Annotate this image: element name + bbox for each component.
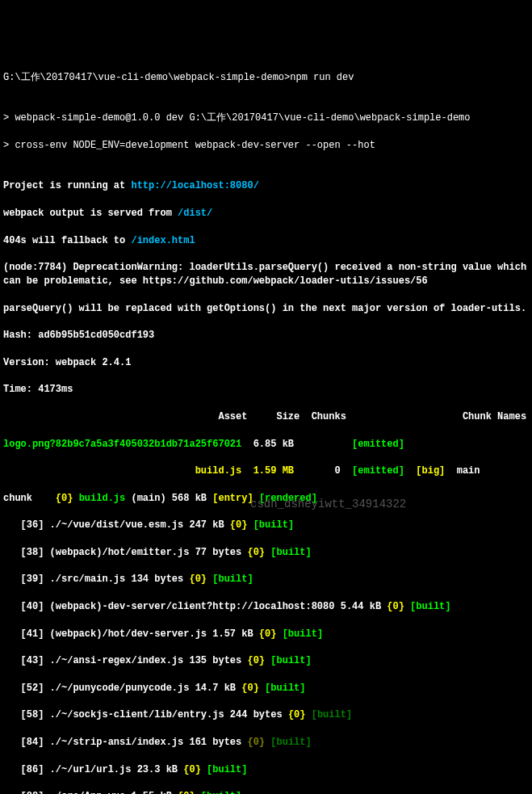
module-line: [43] ./~/ansi-regex/index.js 135 bytes {…: [3, 654, 529, 668]
built-tag: [built]: [265, 655, 312, 666]
module-line: [58] ./~/sockjs-client/lib/entry.js 244 …: [3, 708, 529, 722]
built-tag: [built]: [276, 628, 323, 640]
project-running-line: Project is running at http://localhost:8…: [3, 179, 529, 193]
module-text: [88] ./src/App.vue 1.55 kB: [3, 791, 178, 794]
module-line: [40] (webpack)-dev-server/client?http://…: [3, 600, 529, 614]
chunk-prefix: chunk: [3, 493, 56, 504]
label-text: webpack output is served from: [3, 208, 178, 219]
asset-name: build.js: [3, 465, 241, 477]
rendered-tag: [rendered]: [253, 493, 317, 504]
chunk-main: (main) 568 kB: [131, 493, 212, 504]
module-text: [39] ./src/main.js 134 bytes: [3, 573, 189, 585]
hash-line: Hash: ad6b95b51cd050cdf193: [3, 329, 529, 342]
module-text: [52] ./~/punycode/punycode.js 14.7 kB: [3, 683, 241, 694]
server-url: http://localhost:8080/: [131, 180, 258, 191]
chunk-id: {0}: [56, 493, 79, 504]
dist-path: /dist/: [178, 208, 212, 219]
module-text: [38] (webpack)/hot/emitter.js 77 bytes: [3, 547, 247, 558]
asset-row: build.js 1.59 MB 0 [emitted] [big] main: [3, 464, 529, 478]
chunk-line: chunk {0} build.js (main) 568 kB [entry]…: [3, 492, 529, 506]
module-text: [84] ./~/strip-ansi/index.js 161 bytes: [3, 737, 247, 748]
module-line: [52] ./~/punycode/punycode.js 14.7 kB {0…: [3, 682, 529, 695]
npm-script-header: > webpack-simple-demo@1.0.0 dev G:\工作\20…: [3, 111, 529, 125]
module-line: [41] (webpack)/hot/dev-server.js 1.57 kB…: [3, 628, 529, 641]
asset-name: logo.png?82b9c7a5a3f405032b1db71a25f6702…: [3, 439, 241, 450]
emitted-tag: [emitted]: [352, 465, 404, 477]
module-chunk: {0}: [247, 547, 265, 558]
module-line: [84] ./~/strip-ansi/index.js 161 bytes {…: [3, 736, 529, 750]
output-served-line: webpack output is served from /dist/: [3, 207, 529, 221]
asset-size: 6.85 kB: [241, 439, 352, 450]
module-text: [86] ./~/url/url.js 23.3 kB: [3, 764, 183, 775]
module-chunk: {0}: [247, 737, 265, 748]
deprecation-warning: (node:7784) DeprecationWarning: loaderUt…: [3, 261, 529, 288]
chunk-name: main: [445, 465, 480, 477]
assets-header: Asset Size Chunks Chunk Names: [3, 410, 529, 424]
fallback-line: 404s will fallback to /index.html: [3, 234, 529, 248]
built-tag: [built]: [195, 791, 242, 794]
built-tag: [built]: [207, 573, 253, 585]
module-chunk: {0}: [259, 628, 277, 640]
label-text: Project is running at: [3, 180, 131, 191]
built-tag: [built]: [265, 547, 312, 558]
version-value: 2.4.1: [102, 357, 131, 368]
module-chunk: {0}: [387, 601, 404, 612]
module-line: [36] ./~/vue/dist/vue.esm.js 247 kB {0} …: [3, 519, 529, 532]
asset-size: 1.59 MB: [241, 465, 294, 477]
terminal-output: G:\工作\20170417\vue-cli-demo\webpack-simp…: [0, 54, 532, 794]
chunk-id: 0: [294, 465, 352, 477]
command-line: G:\工作\20170417\vue-cli-demo\webpack-simp…: [3, 71, 529, 85]
built-tag: [built]: [404, 601, 451, 612]
module-chunk: {0}: [247, 655, 265, 666]
version-line: Version: webpack 2.4.1: [3, 356, 529, 370]
module-chunk: {0}: [178, 791, 195, 794]
emitted-tag: [emitted]: [352, 439, 404, 450]
hash-value: ad6b95b51cd050cdf193: [38, 330, 154, 341]
built-tag: [built]: [305, 709, 352, 720]
module-line: [86] ./~/url/url.js 23.3 kB {0} [built]: [3, 763, 529, 777]
label-text: 404s will fallback to: [3, 235, 131, 246]
module-text: [58] ./~/sockjs-client/lib/entry.js 244 …: [3, 709, 288, 720]
module-text: [43] ./~/ansi-regex/index.js 135 bytes: [3, 655, 247, 666]
module-chunk: {0}: [183, 764, 201, 775]
version-label: Version: webpack: [3, 357, 102, 368]
npm-script-cmd: > cross-env NODE_ENV=development webpack…: [3, 139, 529, 153]
module-line: [38] (webpack)/hot/emitter.js 77 bytes {…: [3, 546, 529, 560]
time-line: Time: 4173ms: [3, 383, 529, 397]
built-tag: [built]: [247, 519, 294, 531]
module-text: [36] ./~/vue/dist/vue.esm.js 247 kB: [3, 519, 230, 531]
module-text: [40] (webpack)-dev-server/client?http://…: [3, 601, 387, 612]
built-tag: [built]: [259, 683, 306, 694]
time-value: 4173: [38, 384, 61, 395]
time-unit: ms: [61, 384, 73, 395]
hash-label: Hash:: [3, 330, 38, 341]
entry-tag: [entry]: [212, 493, 253, 504]
module-chunk: {0}: [288, 709, 306, 720]
index-path: /index.html: [131, 235, 195, 246]
module-chunk: {0}: [241, 683, 259, 694]
module-line: [39] ./src/main.js 134 bytes {0} [built]: [3, 573, 529, 586]
built-tag: [built]: [265, 737, 312, 748]
big-tag: [big]: [404, 465, 445, 477]
module-text: [41] (webpack)/hot/dev-server.js 1.57 kB: [3, 628, 259, 640]
module-line: [88] ./src/App.vue 1.55 kB {0} [built]: [3, 790, 529, 794]
time-label: Time:: [3, 384, 38, 395]
asset-row: logo.png?82b9c7a5a3f405032b1db71a25f6702…: [3, 438, 529, 452]
deprecation-note: parseQuery() will be replaced with getOp…: [3, 302, 529, 316]
module-chunk: {0}: [189, 573, 207, 585]
module-chunk: {0}: [230, 519, 248, 531]
built-tag: [built]: [201, 764, 248, 775]
chunk-file: build.js: [79, 493, 132, 504]
